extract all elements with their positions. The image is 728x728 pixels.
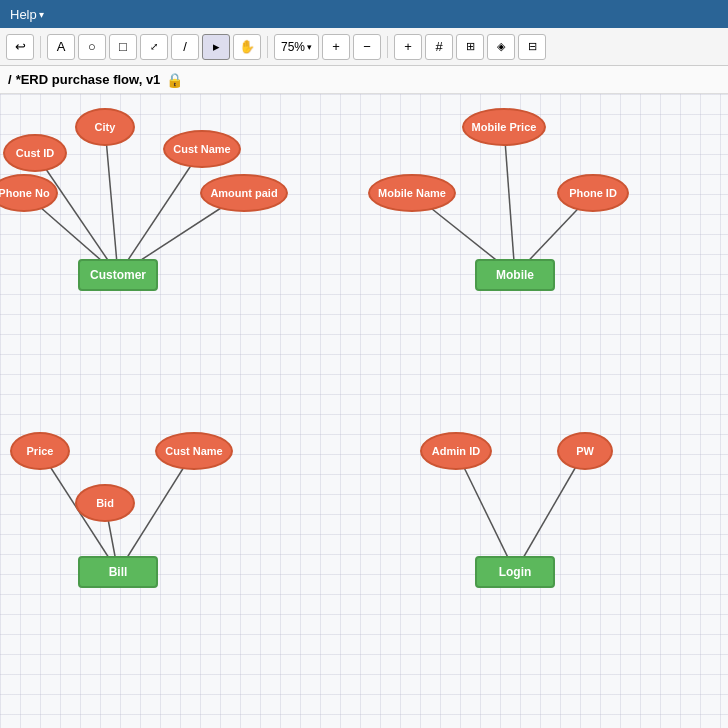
attr-cust-id[interactable]: Cust ID <box>3 134 67 172</box>
line-tool[interactable]: / <box>171 34 199 60</box>
select-tool[interactable]: ▸ <box>202 34 230 60</box>
svg-line-12 <box>515 451 585 572</box>
stack-button[interactable]: ⊟ <box>518 34 546 60</box>
attr-mobile-name[interactable]: Mobile Name <box>368 174 456 212</box>
zoom-label: 75% <box>281 40 305 54</box>
help-menu-arrow: ▾ <box>39 9 44 20</box>
attr-mobile-price[interactable]: Mobile Price <box>462 108 546 146</box>
canvas[interactable]: CustomerMobileBillLoginCust IDCityCust N… <box>0 94 728 728</box>
entity-customer[interactable]: Customer <box>78 259 158 291</box>
connect-tool[interactable]: ⤢ <box>140 34 168 60</box>
rect-tool[interactable]: □ <box>109 34 137 60</box>
title-bar: Help ▾ <box>0 0 728 28</box>
attr-price[interactable]: Price <box>10 432 70 470</box>
attr-phone-no[interactable]: Phone No <box>0 174 58 212</box>
zoom-out-button[interactable]: − <box>353 34 381 60</box>
help-menu[interactable]: Help <box>10 7 37 22</box>
toolbar-separator <box>40 36 41 58</box>
attr-city[interactable]: City <box>75 108 135 146</box>
attr-phone-id[interactable]: Phone ID <box>557 174 629 212</box>
page-title-bar: / *ERD purchase flow, v1 🔒 <box>0 66 728 94</box>
attr-cust-name[interactable]: Cust Name <box>163 130 241 168</box>
svg-line-2 <box>118 149 202 275</box>
color-button[interactable]: ◈ <box>487 34 515 60</box>
entity-mobile[interactable]: Mobile <box>475 259 555 291</box>
grid-button[interactable]: # <box>425 34 453 60</box>
entity-login[interactable]: Login <box>475 556 555 588</box>
attr-admin-id[interactable]: Admin ID <box>420 432 492 470</box>
svg-line-5 <box>504 127 515 275</box>
attr-bid[interactable]: Bid <box>75 484 135 522</box>
layers-button[interactable]: ⊞ <box>456 34 484 60</box>
attr-pw[interactable]: PW <box>557 432 613 470</box>
breadcrumb: / <box>8 72 12 87</box>
page-title: *ERD purchase flow, v1 <box>16 72 161 87</box>
entity-bill[interactable]: Bill <box>78 556 158 588</box>
add-page-button[interactable]: + <box>394 34 422 60</box>
svg-line-1 <box>105 127 118 275</box>
zoom-control[interactable]: 75% ▾ <box>274 34 319 60</box>
ellipse-tool[interactable]: ○ <box>78 34 106 60</box>
zoom-in-button[interactable]: + <box>322 34 350 60</box>
lock-icon: 🔒 <box>166 72 183 88</box>
hand-tool[interactable]: ✋ <box>233 34 261 60</box>
attr-amount-paid[interactable]: Amount paid <box>200 174 288 212</box>
text-tool[interactable]: A <box>47 34 75 60</box>
toolbar-separator-2 <box>267 36 268 58</box>
undo-button[interactable]: ↩ <box>6 34 34 60</box>
attr-bill-cust-name[interactable]: Cust Name <box>155 432 233 470</box>
zoom-dropdown-icon: ▾ <box>307 42 312 52</box>
svg-line-0 <box>35 153 118 275</box>
toolbar: ↩ A ○ □ ⤢ / ▸ ✋ 75% ▾ + − + # ⊞ ◈ ⊟ <box>0 28 728 66</box>
toolbar-separator-3 <box>387 36 388 58</box>
